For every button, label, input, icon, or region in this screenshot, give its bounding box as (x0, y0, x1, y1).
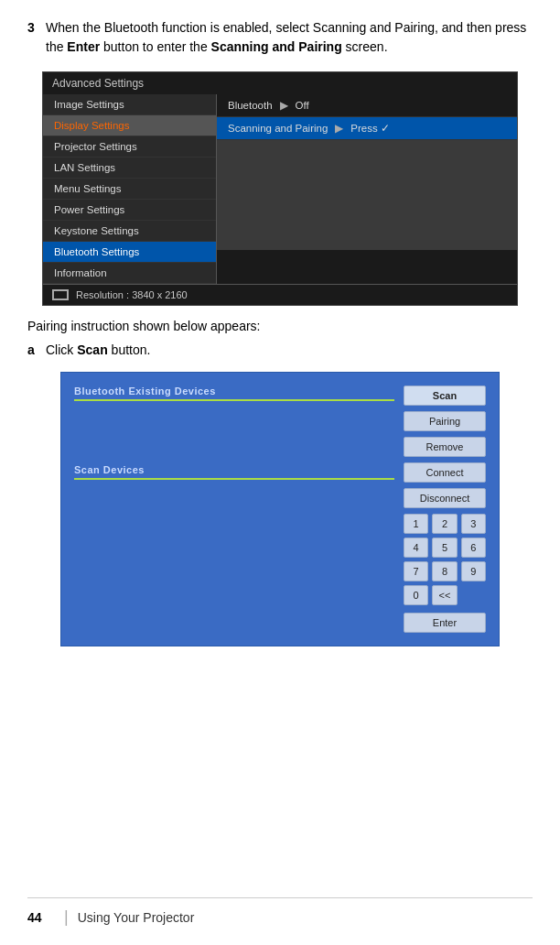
bt-left-panel: Bluetooth Existing Devices Scan Devices (74, 386, 394, 633)
menu-item-keystone[interactable]: Keystone Settings (43, 221, 216, 242)
num-4[interactable]: 4 (404, 538, 428, 558)
bluetooth-label: Bluetooth (228, 100, 273, 111)
menu-item-power[interactable]: Power Settings (43, 200, 216, 221)
bt-scan-devices-label: Scan Devices (74, 464, 394, 480)
scanning-value: Press ✓ (350, 122, 390, 135)
step3-text-part2: button to enter the (100, 39, 210, 54)
bt-existing-devices-label: Bluetooth Existing Devices (74, 386, 394, 401)
pairing-button[interactable]: Pairing (404, 411, 486, 431)
num-2[interactable]: 2 (432, 514, 457, 534)
menu-item-display[interactable]: Display Settings (43, 115, 216, 136)
menu-right: Bluetooth ▶ Off Scanning and Pairing ▶ P… (217, 94, 517, 284)
menu-right-scanning-row: Scanning and Pairing ▶ Press ✓ (217, 117, 517, 140)
menu-body: Image Settings Display Settings Projecto… (43, 94, 517, 284)
menu-footer: Resolution : 3840 x 2160 (43, 284, 517, 305)
menu-screenshot: Advanced Settings Image Settings Display… (42, 71, 518, 306)
menu-left: Image Settings Display Settings Projecto… (43, 94, 217, 284)
bt-scan-devices: Scan Devices (74, 464, 394, 556)
num-5[interactable]: 5 (432, 538, 457, 558)
menu-header: Advanced Settings (43, 72, 517, 94)
step-a-text-part1: Click (46, 342, 77, 357)
menu-item-image[interactable]: Image Settings (43, 94, 216, 115)
bt-existing-devices: Bluetooth Existing Devices (74, 386, 394, 450)
num-0[interactable]: 0 (404, 585, 428, 605)
num-3[interactable]: 3 (461, 514, 486, 534)
num-1[interactable]: 1 (404, 514, 428, 534)
enter-bold: Enter (67, 39, 100, 54)
step-a-label: a (27, 342, 40, 357)
enter-button[interactable]: Enter (404, 613, 486, 633)
scanning-bold: Scanning and Pairing (211, 39, 342, 54)
menu-right-bluetooth-row: Bluetooth ▶ Off (217, 94, 517, 117)
scanning-label: Scanning and Pairing (228, 123, 328, 134)
num-9[interactable]: 9 (461, 561, 486, 581)
bluetooth-value: Off (296, 100, 309, 111)
scan-button[interactable]: Scan (404, 386, 486, 406)
step3-text-part3: screen. (342, 39, 388, 54)
arrow-right-icon: ▶ (280, 99, 288, 112)
step-a-text: Click Scan button. (46, 342, 150, 357)
step3-text: When the Bluetooth function is enabled, … (46, 18, 533, 57)
pairing-instruction-text: Pairing instruction shown below appears: (27, 319, 533, 333)
menu-item-information[interactable]: Information (43, 263, 216, 284)
bt-right-panel: Scan Pairing Remove Connect Disconnect 1… (404, 386, 486, 633)
disconnect-button[interactable]: Disconnect (404, 488, 486, 508)
connect-button[interactable]: Connect (404, 462, 486, 483)
bluetooth-screenshot: Bluetooth Existing Devices Scan Devices … (60, 372, 500, 646)
separator: | (64, 907, 69, 927)
page-number: 44 (27, 910, 55, 925)
arrow-right-icon2: ▶ (335, 122, 343, 135)
step-number: 3 (27, 18, 40, 57)
footer-text: Using Your Projector (78, 910, 195, 925)
backspace-button[interactable]: << (432, 585, 457, 605)
num-7[interactable]: 7 (404, 561, 428, 581)
step-a: a Click Scan button. (27, 342, 533, 357)
menu-item-projector[interactable]: Projector Settings (43, 136, 216, 158)
page-footer: 44 | Using Your Projector (27, 897, 533, 927)
remove-button[interactable]: Remove (404, 437, 486, 457)
step3-intro: 3 When the Bluetooth function is enabled… (27, 18, 533, 57)
step-a-text-part2: button. (108, 342, 151, 357)
resolution-icon (52, 289, 69, 300)
resolution-text: Resolution : 3840 x 2160 (76, 289, 188, 300)
menu-item-menu[interactable]: Menu Settings (43, 179, 216, 200)
menu-item-lan[interactable]: LAN Settings (43, 158, 216, 179)
num-6[interactable]: 6 (461, 538, 486, 558)
menu-item-bluetooth[interactable]: Bluetooth Settings (43, 242, 216, 263)
num-8[interactable]: 8 (432, 561, 457, 581)
bt-numpad: 1 2 3 4 5 6 7 8 9 0 << (404, 514, 486, 605)
scan-bold: Scan (77, 342, 107, 357)
